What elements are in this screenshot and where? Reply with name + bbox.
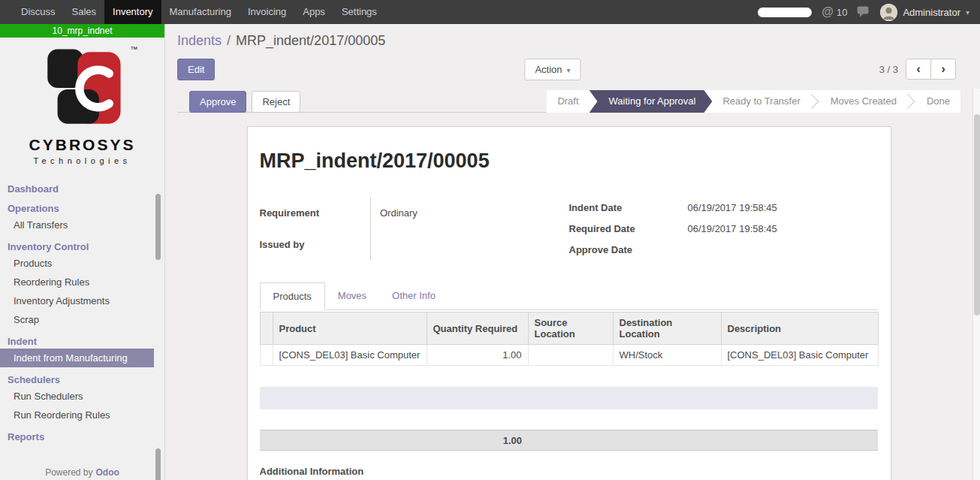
sidebar-scrollbar-thumb[interactable] <box>155 194 161 260</box>
column-product: Product <box>273 312 427 345</box>
brand-name: CYBROSYS <box>0 136 164 154</box>
products-table: Product Quantity Required Source Locatio… <box>260 312 879 451</box>
database-banner: 10_mrp_indnet <box>0 24 164 38</box>
breadcrumb: Indents/MRP_indent/2017/00005 <box>177 32 960 50</box>
menu-discuss[interactable]: Discuss <box>13 0 64 24</box>
tab-moves[interactable]: Moves <box>325 282 379 310</box>
record-title: MRP_indent/2017/00005 <box>260 149 879 173</box>
brand-subtitle: Technologies <box>0 156 164 165</box>
field-group-left: Requirement Ordinary Issued by <box>260 197 569 260</box>
field-value-required-date: 06/19/2017 19:58:45 <box>688 218 879 239</box>
powered-by: Powered byOdoo <box>0 467 164 478</box>
progress-pill <box>758 8 812 17</box>
striped-empty-row <box>260 387 878 409</box>
cell-source-location <box>528 345 613 366</box>
status-done[interactable]: Done <box>916 90 960 113</box>
cell-destination-location: WH/Stock <box>613 345 721 366</box>
table-total-row: 1.00 <box>260 430 878 451</box>
tab-products[interactable]: Products <box>260 282 325 310</box>
sidebar-item-inventory-adjustments[interactable]: Inventory Adjustments <box>0 291 164 310</box>
caret-down-icon: ▾ <box>567 66 571 74</box>
breadcrumb-indents-link[interactable]: Indents <box>177 33 222 48</box>
odoo-link[interactable]: Odoo <box>96 467 119 478</box>
sidebar-section-schedulers[interactable]: Schedulers <box>0 373 164 387</box>
approve-button[interactable]: Approve <box>189 91 246 113</box>
sidebar-item-dashboard[interactable]: Dashboard <box>0 182 164 196</box>
status-pipeline: Draft Waiting for Approval Ready to Tran… <box>547 90 960 113</box>
form-statusbar: Approve Reject Draft Waiting for Approva… <box>177 90 960 113</box>
additional-information-separator: Additional Information <box>260 466 879 480</box>
pager-count: 3 / 3 <box>879 64 898 75</box>
inbox-counter[interactable]: @ 10 <box>822 5 847 19</box>
sidebar-item-products[interactable]: Products <box>0 254 164 273</box>
column-source-location: Source Location <box>528 312 613 345</box>
total-quantity: 1.00 <box>427 430 528 451</box>
column-description: Description <box>721 312 878 345</box>
sidebar-item-all-transfers[interactable]: All Transfers <box>0 216 164 234</box>
empty-row <box>260 366 878 387</box>
menu-settings[interactable]: Settings <box>333 0 385 24</box>
sidebar: 10_mrp_indnet ™ CYBROSYS Technologies Da… <box>0 24 165 480</box>
scrollbar-thumb[interactable] <box>974 114 980 315</box>
sidebar-item-indent-from-manufacturing[interactable]: Indent from Manufacturing <box>0 349 154 367</box>
tab-other-info[interactable]: Other Info <box>379 282 448 310</box>
trademark-symbol: ™ <box>131 45 138 53</box>
pager-previous-button[interactable]: ‹ <box>906 59 931 80</box>
systray: @ 10 Administrator ▾ <box>758 0 980 24</box>
sidebar-item-run-reordering-rules[interactable]: Run Reordering Rules <box>0 406 164 424</box>
sidebar-section-indent[interactable]: Indent <box>0 334 164 349</box>
menu-sales[interactable]: Sales <box>64 0 105 24</box>
notebook-tabs: Products Moves Other Info <box>260 282 879 310</box>
sidebar-section-reports[interactable]: Reports <box>0 430 164 444</box>
menu-inventory[interactable]: Inventory <box>104 0 161 24</box>
menu-invoicing[interactable]: Invoicing <box>240 0 294 24</box>
pager: 3 / 3 ‹ › <box>879 59 956 80</box>
pager-next-button[interactable]: › <box>930 59 956 80</box>
field-value-requirement: Ordinary <box>371 197 569 228</box>
cybrosys-logo-icon <box>36 47 129 129</box>
field-label-indent-date: Indent Date <box>569 197 688 218</box>
action-dropdown-button[interactable]: Action▾ <box>524 59 580 80</box>
topbar: Discuss Sales Inventory Manufacturing In… <box>0 0 980 24</box>
menu-apps[interactable]: Apps <box>294 0 333 24</box>
status-ready-to-transfer[interactable]: Ready to Transfer <box>712 90 810 113</box>
sidebar-item-run-schedulers[interactable]: Run Schedulers <box>0 387 164 406</box>
table-row[interactable]: [CONS_DEL03] Basic Computer 1.00 WH/Stoc… <box>260 345 878 366</box>
powered-by-text: Powered by <box>45 467 92 478</box>
column-handle <box>260 312 273 345</box>
row-handle <box>260 345 273 366</box>
username: Administrator <box>903 7 960 18</box>
column-quantity-required: Quantity Required <box>427 312 528 345</box>
cell-quantity-required: 1.00 <box>427 345 528 366</box>
empty-row <box>260 409 878 430</box>
field-groups: Requirement Ordinary Issued by Indent Da… <box>260 197 879 260</box>
edit-button[interactable]: Edit <box>177 59 215 80</box>
sidebar-scrollbar-thumb[interactable] <box>155 448 161 480</box>
at-icon: @ <box>822 5 834 19</box>
field-value-indent-date: 06/19/2017 19:58:45 <box>688 197 879 218</box>
field-label-approve-date: Approve Date <box>569 239 688 260</box>
status-waiting-for-approval[interactable]: Waiting for Approval <box>590 90 713 113</box>
field-group-right: Indent Date 06/19/2017 19:58:45 Required… <box>569 197 879 260</box>
field-value-issued-by <box>371 228 569 260</box>
menu-manufacturing[interactable]: Manufacturing <box>161 0 240 24</box>
status-draft[interactable]: Draft <box>547 90 589 113</box>
status-moves-created[interactable]: Moves Created <box>820 90 907 113</box>
column-destination-location: Destination Location <box>613 312 721 345</box>
reject-button[interactable]: Reject <box>252 91 300 113</box>
sidebar-item-reordering-rules[interactable]: Reordering Rules <box>0 273 164 291</box>
vertical-scrollbar[interactable] <box>972 89 980 480</box>
sidebar-section-operations[interactable]: Operations <box>0 201 164 216</box>
company-logo: ™ CYBROSYS Technologies <box>0 38 164 165</box>
form-sheet: MRP_indent/2017/00005 Requirement Ordina… <box>247 126 891 480</box>
chevron-right-icon <box>811 90 820 113</box>
user-menu[interactable]: Administrator ▾ <box>880 4 969 21</box>
control-panel-buttons: Edit Action▾ 3 / 3 ‹ › <box>177 59 960 80</box>
chat-icon[interactable] <box>857 6 870 18</box>
cell-description: [CONS_DEL03] Basic Computer <box>721 345 878 366</box>
sidebar-item-scrap[interactable]: Scrap <box>0 310 164 329</box>
field-label-issued-by: Issued by <box>260 228 371 260</box>
sidebar-section-inventory-control[interactable]: Inventory Control <box>0 240 164 254</box>
main-menu: Discuss Sales Inventory Manufacturing In… <box>0 0 385 24</box>
inbox-count: 10 <box>837 7 847 18</box>
